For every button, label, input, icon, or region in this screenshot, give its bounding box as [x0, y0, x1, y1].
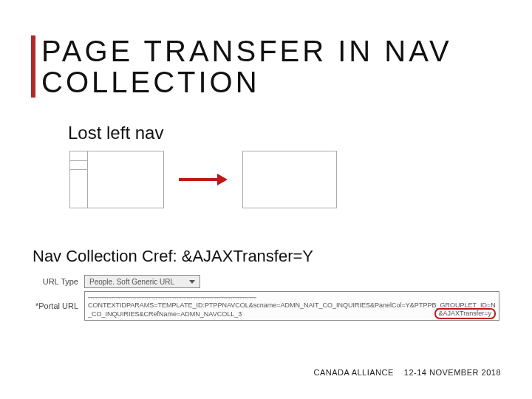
slide-title: PAGE TRANSFER IN NAV COLLECTION — [41, 35, 510, 98]
ajax-transfer-highlight: &AJAXTransfer=y — [434, 308, 496, 319]
nav-loss-diagram — [69, 151, 337, 208]
url-type-row: URL Type People. Soft Generic URL — [33, 275, 499, 288]
url-type-select[interactable]: People. Soft Generic URL — [84, 275, 200, 288]
portal-url-label: Portal URL — [33, 301, 84, 310]
title-accent-bar — [31, 35, 35, 98]
portal-url-line1: ……………………………………………………………… — [88, 293, 496, 301]
footer-date: 12-14 NOVEMBER 2018 — [404, 368, 501, 377]
page-with-left-nav-thumbnail — [69, 151, 164, 208]
portal-url-input[interactable]: ……………………………………………………………… CONTEXTIDPARAMS… — [84, 291, 499, 321]
portal-url-row: Portal URL ……………………………………………………………… CONT… — [33, 291, 499, 321]
left-nav-thumbnail-sidebar — [70, 151, 88, 208]
url-config-screenshot: URL Type People. Soft Generic URL Portal… — [33, 275, 499, 324]
cref-instruction: Nav Collection Cref: &AJAXTransfer=Y — [33, 247, 313, 266]
url-type-label: URL Type — [33, 277, 84, 286]
footer-org: CANADA ALLIANCE — [313, 368, 393, 377]
slide-footer: CANADA ALLIANCE 12-14 NOVEMBER 2018 — [313, 368, 501, 377]
slide-title-block: PAGE TRANSFER IN NAV COLLECTION — [31, 35, 510, 98]
subheading: Lost left nav — [68, 123, 163, 143]
chevron-down-icon — [189, 280, 195, 284]
url-type-selected-value: People. Soft Generic URL — [89, 278, 174, 286]
page-without-left-nav-thumbnail — [242, 151, 337, 208]
arrow-icon — [179, 174, 228, 185]
